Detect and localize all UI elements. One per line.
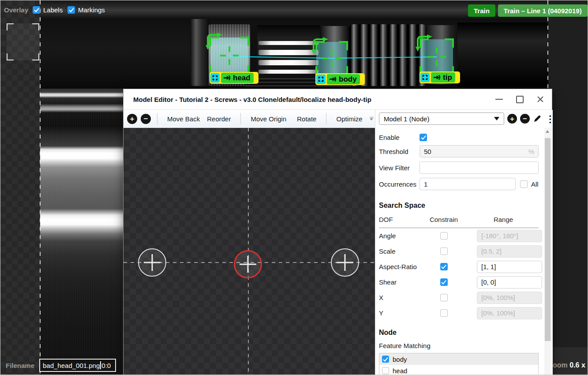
threshold-label: Threshold xyxy=(379,148,419,155)
zoom-value: 0.6 x xyxy=(569,361,585,369)
scroll-up-icon[interactable] xyxy=(546,130,549,133)
parameter-panel: Model 1 (Node) + − ⋮ Enable Threshold xyxy=(375,110,553,375)
origin-marker-right[interactable] xyxy=(331,248,359,277)
annotation-box-head[interactable] xyxy=(210,38,248,74)
zoom-out-button[interactable]: − xyxy=(141,114,151,124)
occurrences-input[interactable]: 1 xyxy=(419,178,516,190)
zoom-in-button[interactable]: + xyxy=(127,114,137,124)
scroll-thumb[interactable] xyxy=(545,138,551,341)
range-value: [1, 1] xyxy=(481,263,496,270)
feature-row-head[interactable]: head xyxy=(379,365,538,375)
model-selector-row: Model 1 (Node) + − ⋮ xyxy=(379,112,553,125)
minimize-icon[interactable] xyxy=(495,99,503,100)
rotate-handle-icon[interactable] xyxy=(311,36,329,55)
dof-label: Shear xyxy=(379,278,419,286)
all-label: All xyxy=(531,180,539,188)
top-overlay-bar: Overlay Labels Markings Train Train – Li… xyxy=(0,0,588,20)
region-icon xyxy=(316,75,326,84)
range-input[interactable]: [0, 0] xyxy=(477,276,542,289)
markings-checkbox-label: Markings xyxy=(78,6,105,14)
edit-pencil-icon[interactable] xyxy=(533,114,542,123)
range-input: [0.5, 2] xyxy=(477,245,542,258)
dof-label: Angle xyxy=(379,232,419,240)
model-canvas[interactable] xyxy=(124,128,375,375)
add-model-button[interactable]: + xyxy=(507,114,517,124)
labels-checkbox[interactable] xyxy=(33,6,40,14)
annotation-box-body[interactable] xyxy=(316,42,347,75)
chevron-down-icon xyxy=(494,117,499,120)
range-input: [0%, 100%] xyxy=(477,307,542,319)
train-line-button[interactable]: Train – Line 1 (04092019) xyxy=(498,4,588,17)
train-button[interactable]: Train xyxy=(468,4,495,17)
feature-label: head xyxy=(393,367,407,375)
text-caret xyxy=(100,361,101,369)
occurrences-value: 1 xyxy=(424,180,427,188)
move-origin-button[interactable]: Move Origin xyxy=(247,115,290,123)
feature-checkbox[interactable] xyxy=(382,367,389,374)
feature-list: body head xyxy=(379,353,539,375)
toolbar-divider xyxy=(326,113,326,124)
markings-checkbox[interactable] xyxy=(67,6,75,14)
maximize-icon[interactable] xyxy=(516,96,524,103)
range-input[interactable]: [1, 1] xyxy=(477,261,542,273)
rotate-button[interactable]: Rotate xyxy=(293,115,320,123)
col-constrain: Constrain xyxy=(419,216,468,223)
assign-arrow-icon xyxy=(329,76,337,82)
annotation-label-tip[interactable]: tip xyxy=(419,71,460,83)
view-filter-input[interactable] xyxy=(419,161,539,174)
dialog-title: Model Editor - Tutorial 2 - Screws - v3.… xyxy=(133,96,371,103)
enable-label: Enable xyxy=(379,134,419,141)
kebab-menu-icon[interactable]: ⋮ xyxy=(545,114,553,124)
enable-checkbox[interactable] xyxy=(419,134,427,141)
constrain-checkbox[interactable] xyxy=(440,278,448,286)
image-left-strip xyxy=(40,89,123,375)
annotation-box-tip[interactable] xyxy=(420,39,453,75)
range-value: [0.5, 2] xyxy=(481,248,502,255)
feature-label: body xyxy=(393,356,407,363)
view-filter-label: View Filter xyxy=(379,164,419,172)
rotate-handle-icon[interactable] xyxy=(205,32,223,50)
template-region-box[interactable] xyxy=(7,23,39,60)
remove-model-button[interactable]: − xyxy=(520,114,530,124)
search-space-row-shear: Shear [0, 0] xyxy=(379,274,539,290)
threshold-input[interactable]: 50 % xyxy=(419,145,539,158)
toolbar-overflow-icon[interactable] xyxy=(370,117,374,121)
constrain-checkbox[interactable] xyxy=(440,263,448,270)
range-value: [0%, 100%] xyxy=(481,294,515,301)
constrain-checkbox[interactable] xyxy=(440,248,448,255)
occurrences-label: Occurrences xyxy=(379,180,419,188)
origin-marker-selected[interactable] xyxy=(234,250,262,278)
image-right-dark-area xyxy=(548,0,588,375)
feature-checkbox[interactable] xyxy=(382,356,389,363)
feature-row-body[interactable]: body xyxy=(379,353,538,365)
annotation-label-head[interactable]: head xyxy=(210,72,258,84)
constrain-checkbox[interactable] xyxy=(440,309,448,317)
panel-scrollbar[interactable] xyxy=(544,128,551,375)
threshold-unit: % xyxy=(528,148,534,155)
model-select[interactable]: Model 1 (Node) xyxy=(379,112,504,125)
cursor-position: 0:0 xyxy=(101,362,111,369)
search-space-heading: Search Space xyxy=(379,202,539,210)
optimize-button[interactable]: Optimize xyxy=(333,115,366,123)
close-icon[interactable] xyxy=(537,96,544,103)
region-icon xyxy=(210,73,220,82)
dialog-titlebar[interactable]: Model Editor - Tutorial 2 - Screws - v3.… xyxy=(124,89,552,110)
annotation-label-body[interactable]: body xyxy=(315,73,365,85)
rotate-handle-icon[interactable] xyxy=(415,34,433,52)
filename-field[interactable]: bad_head_001.png 0:0 xyxy=(39,359,116,372)
zoom-prefix: oom xyxy=(553,361,568,369)
search-space-row-y: Y [0%, 100%] xyxy=(379,305,539,321)
all-checkbox[interactable] xyxy=(520,180,528,188)
constrain-checkbox[interactable] xyxy=(440,232,448,240)
corner-bracket-icon xyxy=(32,53,39,60)
range-input: [-180°, 180°] xyxy=(477,230,542,242)
reorder-button[interactable]: Reorder xyxy=(207,115,234,123)
node-heading: Node xyxy=(379,329,539,337)
origin-marker-left[interactable] xyxy=(138,248,166,277)
move-back-button[interactable]: Move Back xyxy=(164,115,203,123)
labels-checkbox-label: Labels xyxy=(43,6,63,14)
feature-matching-label: Feature Matching xyxy=(379,342,539,349)
constrain-checkbox[interactable] xyxy=(440,294,448,301)
range-value: [0, 0] xyxy=(481,278,496,286)
search-space-header-row: DOF Constrain Range xyxy=(379,216,539,223)
